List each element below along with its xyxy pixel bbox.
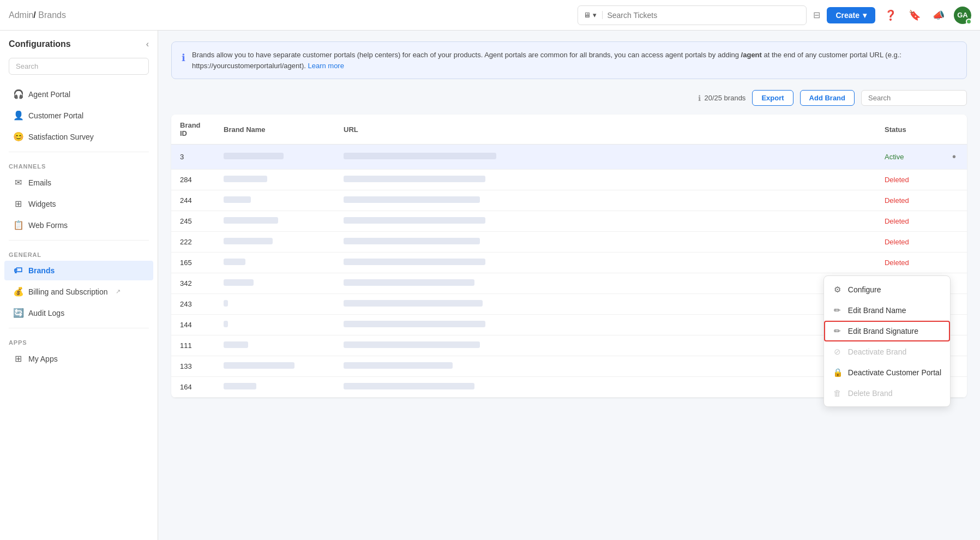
billing-icon: 💰 <box>13 286 23 297</box>
avatar[interactable]: GA <box>954 7 971 24</box>
create-button[interactable]: Create ▾ <box>827 7 875 23</box>
cell-brand-name <box>215 377 335 398</box>
main-content: ℹ Brands allow you to have separate cust… <box>158 31 980 540</box>
cell-brand-id: 111 <box>171 335 215 356</box>
email-icon: ✉ <box>13 177 23 188</box>
context-menu-item-deactivate-customer-portal[interactable]: 🔒Deactivate Customer Portal <box>824 362 950 383</box>
sidebar-item-label: My Apps <box>28 355 58 363</box>
delete-brand-icon: 🗑 <box>833 388 843 398</box>
cell-brand-name <box>215 232 335 253</box>
sidebar-nav-item-my-apps[interactable]: ⊞ My Apps <box>4 349 153 369</box>
brand-count-icon: ℹ <box>698 94 701 103</box>
cell-brand-name <box>215 294 335 315</box>
cell-brand-url <box>335 377 876 398</box>
table-row: 222Deleted <box>171 232 967 253</box>
edit-brand-name-icon: ✏ <box>833 305 843 315</box>
col-header-status: Status <box>876 115 941 145</box>
cell-brand-id: 284 <box>171 170 215 190</box>
sidebar-nav-item[interactable]: 🎧 Agent Portal <box>4 84 153 104</box>
context-menu-item-deactivate-brand: ⊘Deactivate Brand <box>824 341 950 362</box>
cell-actions <box>941 190 967 211</box>
cell-brand-name <box>215 145 335 170</box>
col-header-url: URL <box>335 115 876 145</box>
cell-brand-id: 3 <box>171 145 215 170</box>
brand-count-label: 20/25 brands <box>704 94 745 102</box>
breadcrumb-current: Brands <box>38 10 66 20</box>
cell-brand-name <box>215 356 335 377</box>
sidebar-item-label: Web Forms <box>28 221 68 230</box>
widgets-icon: ⊞ <box>13 199 23 209</box>
filter-icon[interactable]: ⊟ <box>813 10 820 20</box>
sidebar-collapse-button[interactable]: ‹ <box>146 39 149 49</box>
search-tickets-wrap: 🖥 ▾ <box>578 5 807 25</box>
sidebar-item-label: Audit Logs <box>28 309 64 317</box>
sidebar-nav-item-satisfaction-survey[interactable]: 😊 Satisfaction Survey <box>4 127 153 147</box>
headset-icon: 🎧 <box>13 89 23 99</box>
sidebar-header: Configurations ‹ <box>0 31 158 53</box>
survey-icon: 😊 <box>13 131 23 142</box>
cell-brand-id: 144 <box>171 315 215 335</box>
sidebar-item-label: Brands <box>28 266 55 275</box>
sidebar-nav-item-web-forms[interactable]: 📋 Web Forms <box>4 215 153 235</box>
col-header-brand-id: Brand ID <box>171 115 215 145</box>
cell-brand-url <box>335 253 876 273</box>
context-menu-label: Edit Brand Name <box>848 306 906 315</box>
deactivate-customer-portal-icon: 🔒 <box>833 368 843 377</box>
notifications-button[interactable]: 📣 <box>930 7 947 24</box>
sidebar-item-label: Billing and Subscription <box>28 287 108 296</box>
info-banner: ℹ Brands allow you to have separate cust… <box>171 41 967 79</box>
cell-brand-name <box>215 170 335 190</box>
context-menu-item-delete-brand: 🗑Delete Brand <box>824 383 950 403</box>
sidebar-item-label: Agent Portal <box>28 90 70 99</box>
learn-more-link[interactable]: Learn more <box>308 62 344 70</box>
cell-actions <box>941 170 967 190</box>
table-header: Brand ID Brand Name URL Status <box>171 115 967 145</box>
context-menu-item-edit-brand-signature[interactable]: ✏Edit Brand Signature <box>824 321 950 341</box>
add-brand-button[interactable]: Add Brand <box>800 90 855 106</box>
cell-brand-url <box>335 211 876 232</box>
sidebar-nav-item-customer-portal[interactable]: 👤 Customer Portal <box>4 105 153 125</box>
ticket-type-icon: 🖥 <box>584 11 591 19</box>
table-row: 284Deleted <box>171 170 967 190</box>
cell-brand-status: Deleted <box>876 190 941 211</box>
cell-brand-id: 244 <box>171 190 215 211</box>
export-button[interactable]: Export <box>752 90 793 106</box>
sidebar-nav-item-billing[interactable]: 💰 Billing and Subscription ↗ <box>4 281 153 302</box>
ticket-type-button[interactable]: 🖥 ▾ <box>584 11 603 19</box>
sidebar-title: Configurations <box>9 39 71 49</box>
sidebar-item-label: Widgets <box>28 200 56 208</box>
sidebar-nav-item-emails[interactable]: ✉ Emails <box>4 172 153 193</box>
sidebar-nav-item-brands[interactable]: 🏷 Brands <box>4 261 153 280</box>
cell-brand-name <box>215 273 335 294</box>
sidebar-nav-item-widgets[interactable]: ⊞ Widgets <box>4 194 153 214</box>
avatar-status-badge <box>966 19 972 25</box>
chevron-down-icon: ▾ <box>593 11 597 19</box>
cell-brand-url <box>335 294 876 315</box>
toolbar: ℹ 20/25 brands Export Add Brand <box>171 90 967 106</box>
help-button[interactable]: ❓ <box>882 7 899 24</box>
user-icon: 👤 <box>13 110 23 121</box>
cell-brand-name <box>215 253 335 273</box>
cell-actions <box>941 211 967 232</box>
layout: Configurations ‹ 🎧 Agent Portal 👤 Custom… <box>0 31 980 540</box>
sidebar-nav-item-audit-logs[interactable]: 🔄 Audit Logs <box>4 303 153 323</box>
chevron-down-icon: ▾ <box>863 11 867 20</box>
cell-brand-url <box>335 356 876 377</box>
audit-icon: 🔄 <box>13 308 23 318</box>
context-menu-item-edit-brand-name[interactable]: ✏Edit Brand Name <box>824 300 950 321</box>
col-header-brand-name: Brand Name <box>215 115 335 145</box>
sidebar-search-input[interactable] <box>9 58 149 75</box>
brands-search-input[interactable] <box>861 90 967 106</box>
search-tickets-input[interactable] <box>607 11 801 20</box>
bookmarks-button[interactable]: 🔖 <box>906 7 923 24</box>
cell-brand-id: 342 <box>171 273 215 294</box>
cell-brand-url <box>335 273 876 294</box>
cell-brand-status: Active <box>876 145 941 170</box>
row-actions-button[interactable]: • <box>950 151 958 163</box>
breadcrumb-admin[interactable]: Admin <box>9 10 33 20</box>
cell-actions <box>941 232 967 253</box>
context-menu-label: Delete Brand <box>848 389 893 398</box>
context-menu-item-configure[interactable]: ⚙Configure <box>824 279 950 300</box>
general-section-label: GENERAL <box>0 245 158 260</box>
sidebar-item-label: Customer Portal <box>28 111 83 120</box>
